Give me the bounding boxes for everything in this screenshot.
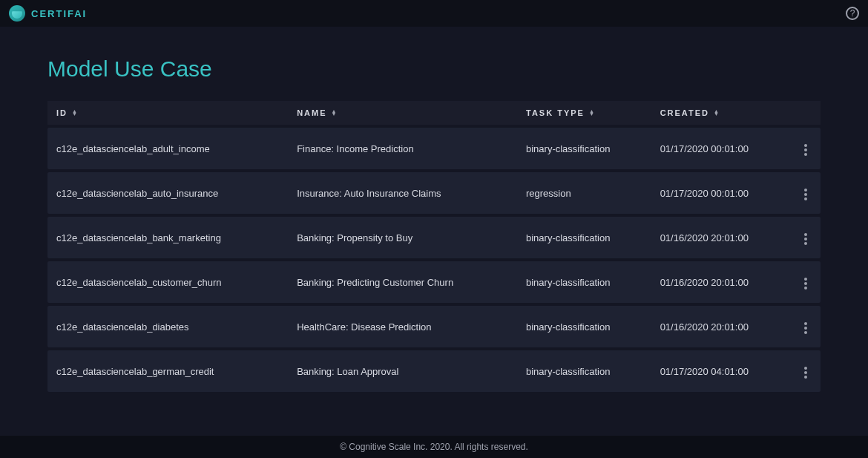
sort-icon: ▲▼ — [589, 110, 596, 116]
table-row[interactable]: c12e_datasciencelab_diabetesHealthCare: … — [47, 306, 821, 347]
cell-name: Banking: Propensity to Buy — [288, 217, 517, 258]
cell-task: binary-classification — [517, 128, 651, 169]
column-header-id[interactable]: ID ▲▼ — [47, 101, 288, 125]
more-vertical-icon[interactable] — [801, 275, 810, 292]
cell-task: binary-classification — [517, 261, 651, 303]
more-vertical-icon[interactable] — [801, 364, 810, 382]
cell-id: c12e_datasciencelab_auto_insurance — [47, 172, 288, 214]
cell-created: 01/16/2020 20:01:00 — [651, 217, 791, 258]
cell-name: Finance: Income Prediction — [288, 128, 517, 169]
cell-task: regression — [517, 172, 651, 214]
cell-task: binary-classification — [517, 350, 651, 392]
cell-actions — [791, 217, 821, 258]
column-header-id-label: ID — [56, 108, 68, 117]
cell-name: Banking: Predicting Customer Churn — [288, 261, 517, 303]
cell-id: c12e_datasciencelab_customer_churn — [47, 261, 288, 303]
column-header-created[interactable]: CREATED ▲▼ — [651, 101, 791, 125]
cell-id: c12e_datasciencelab_bank_marketing — [47, 217, 288, 258]
cell-name: Banking: Loan Approval — [288, 350, 517, 392]
sort-icon: ▲▼ — [72, 110, 79, 116]
cell-created: 01/16/2020 20:01:00 — [651, 306, 791, 347]
top-bar: CERTIFAI ? — [0, 0, 868, 27]
footer-text: © Cognitive Scale Inc. 2020. All rights … — [340, 442, 528, 452]
column-header-name[interactable]: NAME ▲▼ — [288, 101, 517, 125]
table-row[interactable]: c12e_datasciencelab_customer_churnBankin… — [47, 261, 821, 303]
cell-id: c12e_datasciencelab_adult_income — [47, 128, 288, 169]
help-icon[interactable]: ? — [846, 7, 859, 20]
cell-actions — [791, 128, 821, 169]
help-glyph: ? — [850, 8, 855, 19]
column-header-task-label: TASK TYPE — [526, 108, 585, 117]
more-vertical-icon[interactable] — [801, 319, 810, 337]
cell-created: 01/17/2020 04:01:00 — [651, 350, 791, 392]
cell-name: HealthCare: Disease Prediction — [288, 306, 517, 347]
cell-id: c12e_datasciencelab_diabetes — [47, 306, 288, 347]
main-content: Model Use Case ID ▲▼ NAME ▲▼ — [0, 27, 868, 436]
cell-actions — [791, 306, 821, 347]
cell-created: 01/17/2020 00:01:00 — [651, 172, 791, 214]
column-header-created-label: CREATED — [660, 108, 709, 117]
cell-created: 01/16/2020 20:01:00 — [651, 261, 791, 303]
brand-name: CERTIFAI — [31, 8, 87, 19]
column-header-task[interactable]: TASK TYPE ▲▼ — [517, 101, 651, 125]
cell-task: binary-classification — [517, 306, 651, 347]
column-header-name-label: NAME — [297, 108, 326, 117]
table-row[interactable]: c12e_datasciencelab_bank_marketingBankin… — [47, 217, 821, 258]
table-row[interactable]: c12e_datasciencelab_adult_incomeFinance:… — [47, 128, 821, 169]
footer: © Cognitive Scale Inc. 2020. All rights … — [0, 436, 868, 458]
column-header-actions — [791, 101, 821, 125]
sort-icon: ▲▼ — [714, 110, 720, 116]
cell-actions — [791, 350, 821, 392]
more-vertical-icon[interactable] — [801, 141, 810, 159]
more-vertical-icon[interactable] — [801, 230, 810, 248]
cell-name: Insurance: Auto Insurance Claims — [288, 172, 517, 214]
cell-actions — [791, 172, 821, 214]
brand-logo-icon — [9, 5, 25, 22]
table-header-row: ID ▲▼ NAME ▲▼ TASK TYPE ▲▼ — [47, 101, 821, 125]
use-case-table: ID ▲▼ NAME ▲▼ TASK TYPE ▲▼ — [47, 98, 821, 395]
table-row[interactable]: c12e_datasciencelab_german_creditBanking… — [47, 350, 821, 392]
table-row[interactable]: c12e_datasciencelab_auto_insuranceInsura… — [47, 172, 821, 214]
cell-task: binary-classification — [517, 217, 651, 258]
page-title: Model Use Case — [47, 56, 821, 82]
cell-actions — [791, 261, 821, 303]
sort-icon: ▲▼ — [332, 110, 338, 116]
cell-id: c12e_datasciencelab_german_credit — [47, 350, 288, 392]
more-vertical-icon[interactable] — [801, 186, 810, 203]
brand[interactable]: CERTIFAI — [9, 5, 87, 22]
cell-created: 01/17/2020 00:01:00 — [651, 128, 791, 169]
